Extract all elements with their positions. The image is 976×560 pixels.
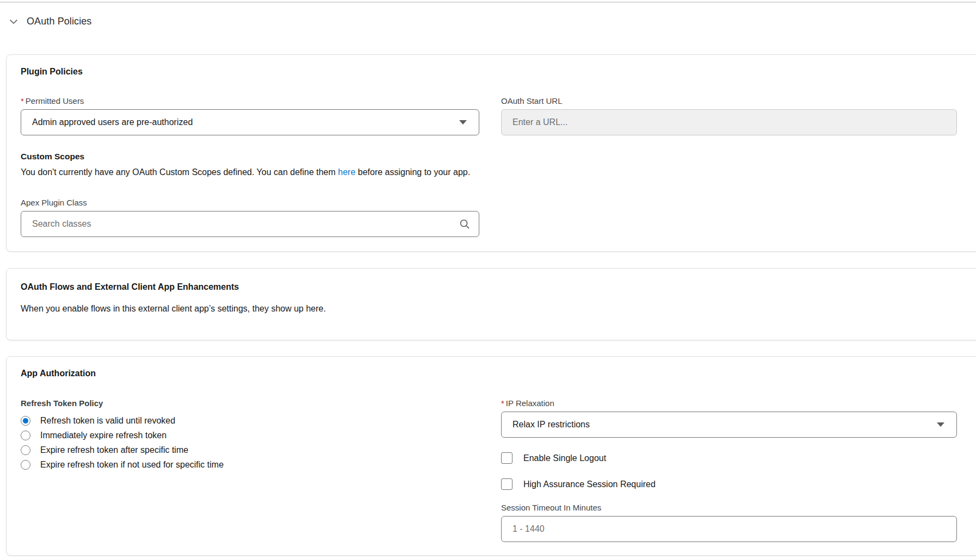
permitted-users-field: *Permitted Users Admin approved users ar…: [21, 96, 479, 135]
session-policies-column: *IP Relaxation Relax IP restrictions Ena…: [501, 399, 957, 542]
enable-single-logout-row[interactable]: Enable Single Logout: [501, 452, 957, 464]
oauth-start-url-field: OAuth Start URL: [501, 96, 957, 135]
oauth-policies-section-header[interactable]: OAuth Policies: [0, 3, 976, 27]
ip-relaxation-value: Relax IP restrictions: [512, 420, 590, 430]
custom-scopes-description: You don't currently have any OAuth Custo…: [21, 166, 976, 178]
radio-unselected-icon[interactable]: [21, 460, 30, 470]
radio-expire-if-not-used[interactable]: Expire refresh token if not used for spe…: [21, 457, 479, 472]
radio-unselected-icon[interactable]: [21, 445, 30, 455]
required-asterisk: *: [21, 96, 24, 105]
section-title: OAuth Policies: [27, 16, 91, 27]
define-scopes-here-link[interactable]: here: [338, 167, 355, 177]
apex-plugin-class-search-input[interactable]: [21, 211, 479, 237]
apex-plugin-class-search: [21, 211, 479, 237]
oauth-flows-description: When you enable flows in this external c…: [21, 303, 976, 315]
plugin-policies-card: Plugin Policies *Permitted Users Admin a…: [6, 54, 976, 252]
session-timeout-input[interactable]: [501, 516, 957, 542]
permitted-users-label: *Permitted Users: [21, 96, 479, 105]
refresh-token-policy-group: Refresh Token Policy Refresh token is va…: [21, 399, 479, 472]
radio-unselected-icon[interactable]: [21, 431, 30, 440]
radio-refresh-valid-until-revoked[interactable]: Refresh token is valid until revoked: [21, 413, 479, 428]
session-timeout-label: Session Timeout In Minutes: [501, 503, 957, 512]
plugin-policies-heading: Plugin Policies: [21, 67, 976, 77]
chevron-down-icon[interactable]: [8, 16, 19, 27]
required-asterisk: *: [501, 399, 504, 408]
oauth-flows-heading: OAuth Flows and External Client App Enha…: [21, 282, 976, 292]
dropdown-caret-icon: [459, 120, 467, 125]
oauth-start-url-input[interactable]: [501, 109, 957, 135]
checkbox-unchecked-icon[interactable]: [501, 452, 512, 464]
app-authorization-heading: App Authorization: [21, 369, 976, 378]
radio-selected-icon[interactable]: [21, 416, 30, 426]
checkbox-unchecked-icon[interactable]: [501, 478, 512, 490]
oauth-flows-card: OAuth Flows and External Client App Enha…: [6, 268, 976, 340]
high-assurance-session-row[interactable]: High Assurance Session Required: [501, 478, 957, 490]
refresh-token-policy-label: Refresh Token Policy: [21, 399, 479, 408]
app-authorization-card: App Authorization Refresh Token Policy R…: [6, 356, 976, 556]
custom-scopes-heading: Custom Scopes: [21, 152, 976, 161]
ip-relaxation-select[interactable]: Relax IP restrictions: [501, 412, 957, 438]
oauth-start-url-label: OAuth Start URL: [501, 96, 957, 105]
radio-immediately-expire[interactable]: Immediately expire refresh token: [21, 428, 479, 443]
permitted-users-select[interactable]: Admin approved users are pre-authorized: [21, 109, 479, 135]
ip-relaxation-label: *IP Relaxation: [501, 399, 957, 408]
dropdown-caret-icon: [937, 422, 944, 427]
radio-expire-after-time[interactable]: Expire refresh token after specific time: [21, 443, 479, 457]
permitted-users-value: Admin approved users are pre-authorized: [32, 117, 193, 127]
apex-plugin-class-label: Apex Plugin Class: [21, 198, 976, 207]
